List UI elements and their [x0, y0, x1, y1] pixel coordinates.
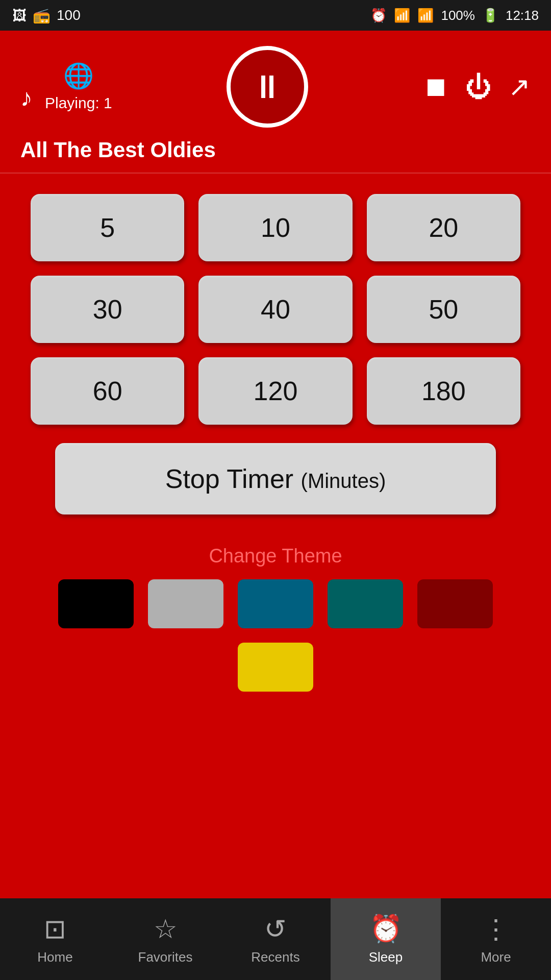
nav-item-home[interactable]: ⊡ Home — [0, 898, 110, 980]
battery-label: 100% — [441, 8, 475, 23]
music-icon: ♪ — [20, 84, 33, 112]
theme-swatch-gray[interactable] — [148, 579, 223, 628]
pause-button[interactable]: ⏸ — [227, 46, 308, 128]
nav-label-sleep: Sleep — [369, 949, 403, 965]
timer-btn-180[interactable]: 180 — [367, 357, 520, 425]
signal-bars-icon: 📶 — [417, 8, 434, 23]
theme-swatch-teal-dark[interactable] — [238, 579, 313, 628]
nav-label-home: Home — [37, 949, 72, 965]
photo-icon: 🖼 — [12, 7, 27, 24]
more-icon: ⋮ — [483, 914, 509, 944]
change-theme-label: Change Theme — [20, 545, 531, 567]
nav-item-recents[interactable]: ↺ Recents — [220, 898, 331, 980]
timer-btn-5[interactable]: 5 — [31, 194, 184, 261]
timer-btn-20[interactable]: 20 — [367, 194, 520, 261]
nav-item-sleep[interactable]: ⏰ Sleep — [331, 898, 441, 980]
timer-grid: 5 10 20 30 40 50 60 120 180 — [0, 194, 551, 425]
stop-icon[interactable]: ⏹ — [422, 71, 449, 102]
nav-label-favorites: Favorites — [138, 949, 193, 965]
globe-section: 🌐 Playing: 1 — [45, 62, 112, 112]
bottom-nav: ⊡ Home ☆ Favorites ↺ Recents ⏰ Sleep ⋮ M… — [0, 898, 551, 980]
globe-icon: 🌐 — [63, 62, 94, 90]
theme-colors — [20, 579, 531, 692]
timer-btn-40[interactable]: 40 — [198, 276, 352, 343]
timer-btn-30[interactable]: 30 — [31, 276, 184, 343]
sleep-icon: ⏰ — [369, 913, 403, 944]
nav-label-recents: Recents — [251, 949, 299, 965]
nav-item-more[interactable]: ⋮ More — [441, 898, 551, 980]
status-bar-left: 🖼 📻 100 — [12, 7, 81, 24]
signal-label: 100 — [57, 7, 81, 23]
nav-label-more: More — [481, 949, 511, 965]
station-name: All The Best Oldies — [20, 138, 531, 162]
timer-btn-60[interactable]: 60 — [31, 357, 184, 425]
home-icon: ⊡ — [44, 914, 66, 944]
stop-timer-button[interactable]: Stop Timer (Minutes) — [55, 443, 496, 514]
status-bar-right: ⏰ 📶 📶 100% 🔋 12:18 — [370, 8, 539, 23]
nav-item-favorites[interactable]: ☆ Favorites — [110, 898, 220, 980]
header-controls: ♪ 🌐 Playing: 1 ⏸ ⏹ ⏻ ↗ — [20, 46, 531, 128]
status-bar: 🖼 📻 100 ⏰ 📶 📶 100% 🔋 12:18 — [0, 0, 551, 31]
timer-btn-120[interactable]: 120 — [198, 357, 352, 425]
divider — [0, 173, 551, 174]
favorites-icon: ☆ — [154, 914, 178, 944]
theme-swatch-teal[interactable] — [328, 579, 403, 628]
theme-swatch-maroon[interactable] — [417, 579, 493, 628]
battery-icon: 🔋 — [482, 8, 498, 23]
alarm-icon: ⏰ — [370, 8, 387, 23]
pause-icon: ⏸ — [251, 70, 284, 103]
theme-swatch-yellow[interactable] — [238, 643, 313, 692]
header: ♪ 🌐 Playing: 1 ⏸ ⏹ ⏻ ↗ All The Best Oldi… — [0, 31, 551, 173]
theme-section: Change Theme — [0, 545, 551, 692]
time-label: 12:18 — [506, 8, 539, 23]
stop-timer-label: Stop Timer (Minutes) — [165, 464, 386, 494]
timer-btn-50[interactable]: 50 — [367, 276, 520, 343]
radio-icon: 📻 — [33, 7, 51, 24]
recents-icon: ↺ — [264, 914, 287, 944]
theme-swatch-black[interactable] — [58, 579, 134, 628]
timer-btn-10[interactable]: 10 — [198, 194, 352, 261]
wifi-icon: 📶 — [394, 8, 410, 23]
power-icon[interactable]: ⏻ — [465, 71, 492, 102]
playing-label: Playing: 1 — [45, 94, 112, 112]
header-right-icons: ⏹ ⏻ ↗ — [422, 71, 531, 102]
share-icon[interactable]: ↗ — [508, 71, 531, 102]
music-section: ♪ — [20, 84, 33, 112]
